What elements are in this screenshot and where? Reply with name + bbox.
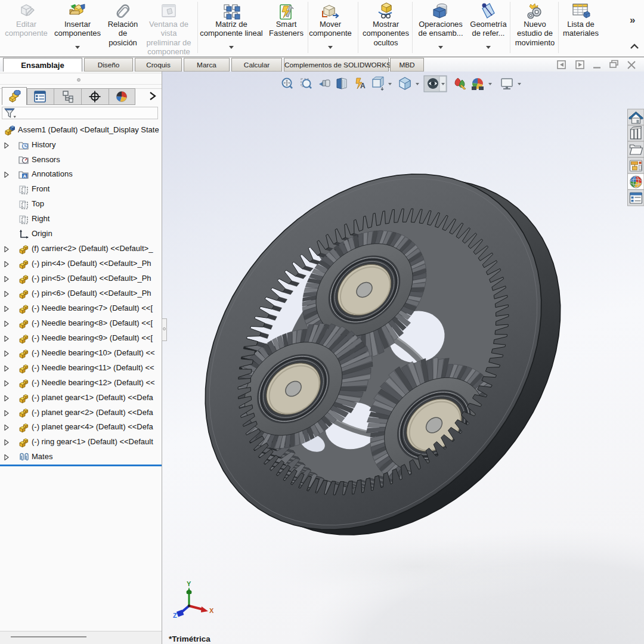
svg-text:A: A — [23, 174, 27, 179]
svg-text:Y: Y — [187, 580, 191, 587]
svg-text:Z: Z — [173, 612, 177, 619]
svg-text:X: X — [209, 607, 214, 614]
svg-text:A: A — [360, 82, 366, 90]
